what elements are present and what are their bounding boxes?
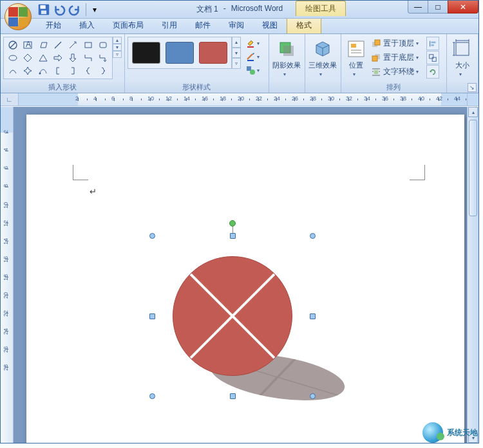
shape-triangle-icon[interactable] xyxy=(35,51,50,64)
gallery-more-icon[interactable]: ▿ xyxy=(113,51,122,58)
shape-down-arrow-icon[interactable] xyxy=(66,51,80,64)
shape-freeform-icon[interactable] xyxy=(35,64,50,77)
selected-shape[interactable] xyxy=(152,236,313,397)
shape-right-arrow-icon[interactable] xyxy=(50,51,65,64)
office-button[interactable] xyxy=(5,3,32,30)
style-scroll-down-icon[interactable]: ▾ xyxy=(232,48,241,59)
bring-to-front-button[interactable]: 置于顶层▾ xyxy=(368,37,425,50)
shape-rbrace-icon[interactable] xyxy=(96,64,111,77)
svg-point-12 xyxy=(39,73,41,75)
maximize-button[interactable]: □ xyxy=(428,1,448,14)
save-icon[interactable] xyxy=(37,3,51,17)
style-scroll-up-icon[interactable]: ▴ xyxy=(232,37,241,48)
align-button-icon[interactable] xyxy=(426,37,439,50)
tab-format[interactable]: 格式 xyxy=(287,17,321,33)
close-button[interactable]: ✕ xyxy=(448,1,478,14)
resize-handle-n[interactable] xyxy=(230,233,236,239)
style-swatch-red[interactable] xyxy=(199,42,227,64)
minimize-button[interactable]: — xyxy=(408,1,428,14)
app-name: Microsoft Word xyxy=(231,4,283,15)
shape-arrow-line-icon[interactable] xyxy=(66,39,80,51)
shape-style-gallery[interactable] xyxy=(128,37,232,69)
svg-text:A: A xyxy=(26,40,31,49)
svg-rect-14 xyxy=(247,60,254,61)
gallery-scroll-down-icon[interactable]: ▾ xyxy=(113,44,122,51)
paragraph-mark-icon: ↵ xyxy=(90,187,97,196)
resize-handle-se[interactable] xyxy=(310,393,316,399)
svg-point-16 xyxy=(250,70,255,75)
resize-handle-nw[interactable] xyxy=(149,233,155,239)
svg-line-8 xyxy=(70,42,75,48)
shape-no-symbol-icon[interactable] xyxy=(5,39,20,51)
resize-handle-e[interactable] xyxy=(310,313,316,319)
qat-customize-icon[interactable]: ▾ xyxy=(91,3,99,17)
shape-diamond-icon[interactable] xyxy=(20,51,35,64)
rotate-button-icon[interactable] xyxy=(426,65,439,79)
scroll-thumb[interactable] xyxy=(469,120,477,216)
change-shape-button[interactable]: ▾ xyxy=(243,64,265,77)
shape-outline-button[interactable]: ▾ xyxy=(243,50,265,63)
vertical-scrollbar[interactable]: ▴ ▾ xyxy=(467,107,478,443)
style-more-icon[interactable]: ▿ xyxy=(232,58,241,69)
circle-shape[interactable] xyxy=(173,256,292,376)
tab-mailings[interactable]: 邮件 xyxy=(186,17,220,33)
resize-handle-s[interactable] xyxy=(230,393,236,399)
svg-rect-36 xyxy=(432,57,436,61)
svg-rect-15 xyxy=(247,66,251,71)
svg-point-11 xyxy=(9,55,17,61)
scroll-up-icon[interactable]: ▴ xyxy=(468,107,478,117)
resize-handle-sw[interactable] xyxy=(149,393,155,399)
shape-star4-icon[interactable] xyxy=(20,64,35,77)
svg-rect-9 xyxy=(85,42,91,48)
size-button[interactable]: 大小 ▾ xyxy=(450,37,475,79)
group-arrange-label: 排列 xyxy=(341,82,446,93)
tab-home[interactable]: 开始 xyxy=(37,17,70,33)
margin-corner-tr-icon xyxy=(410,165,425,180)
shadow-effects-button[interactable]: 阴影效果 ▾ xyxy=(270,37,303,79)
shape-rounded-rect-icon[interactable] xyxy=(96,39,111,51)
group-shape-styles-label: 形状样式 xyxy=(125,82,269,93)
tab-view[interactable]: 视图 xyxy=(253,17,287,33)
quick-access-toolbar: ▾ xyxy=(34,3,99,17)
resize-handle-ne[interactable] xyxy=(310,233,316,239)
vertical-ruler[interactable]: 246810121416182022242628 xyxy=(1,107,14,443)
shape-elbow-connector-icon[interactable] xyxy=(80,51,95,64)
redo-icon[interactable] xyxy=(68,3,82,17)
shape-curve-icon[interactable] xyxy=(5,64,20,77)
size-dialog-launcher-icon[interactable]: ↘ xyxy=(468,83,477,92)
shape-rbracket-icon[interactable] xyxy=(66,64,80,77)
rotation-handle-icon[interactable] xyxy=(229,220,236,227)
shape-gallery[interactable]: A xyxy=(3,37,113,79)
position-button[interactable]: 位置 ▾ xyxy=(344,37,368,79)
send-to-back-button[interactable]: 置于底层▾ xyxy=(368,51,425,64)
shape-elbow-arrow-icon[interactable] xyxy=(96,51,111,64)
shape-ellipse-icon[interactable] xyxy=(5,51,20,64)
gallery-scroll-up-icon[interactable]: ▴ xyxy=(113,37,122,44)
tab-insert[interactable]: 插入 xyxy=(70,17,104,33)
tab-pagelayout[interactable]: 页面布局 xyxy=(104,17,153,33)
globe-icon xyxy=(422,422,443,443)
style-swatch-blue[interactable] xyxy=(166,42,194,64)
shape-parallelogram-icon[interactable] xyxy=(35,39,50,51)
title-bar: ▾ 文档 1 - Microsoft Word 绘图工具 — □ ✕ xyxy=(1,1,478,19)
text-wrap-button[interactable]: 文字环绕▾ xyxy=(368,65,425,79)
shape-lbracket-icon[interactable] xyxy=(50,64,65,77)
document-name: 文档 1 xyxy=(196,4,218,15)
svg-rect-19 xyxy=(348,41,364,57)
shape-fill-button[interactable]: ▾ xyxy=(243,37,265,50)
3d-effects-button[interactable]: 三维效果 ▾ xyxy=(307,37,339,79)
shape-textbox-icon[interactable]: A xyxy=(20,39,35,51)
shape-line-icon[interactable] xyxy=(50,39,65,51)
tab-selector-icon[interactable]: ∟ xyxy=(1,93,19,106)
horizontal-ruler[interactable]: 2468101214161820222426283032343638404244… xyxy=(19,93,467,106)
resize-handle-w[interactable] xyxy=(149,313,155,319)
undo-icon[interactable] xyxy=(52,3,66,17)
document-viewport[interactable]: ↵ xyxy=(14,107,467,443)
group-button-icon[interactable] xyxy=(426,51,439,64)
tab-review[interactable]: 审阅 xyxy=(220,17,253,33)
shape-lbrace-icon[interactable] xyxy=(80,64,95,77)
shape-rectangle-icon[interactable] xyxy=(80,39,95,51)
style-swatch-black[interactable] xyxy=(132,42,160,64)
tab-references[interactable]: 引用 xyxy=(153,17,186,33)
svg-rect-18 xyxy=(283,46,294,56)
